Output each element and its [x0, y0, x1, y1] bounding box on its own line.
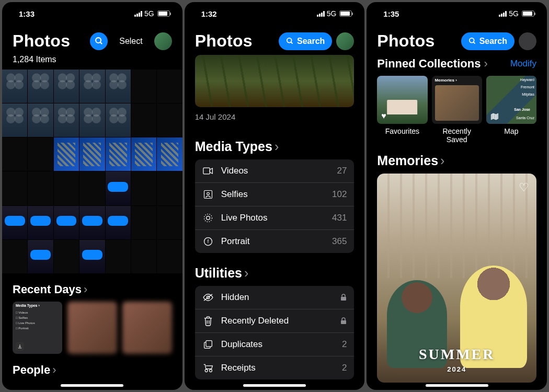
photo-thumb[interactable] — [28, 206, 53, 239]
svg-rect-14 — [341, 320, 346, 324]
profile-avatar[interactable] — [336, 32, 354, 50]
battery-icon — [339, 10, 352, 17]
photo-thumb[interactable] — [28, 103, 53, 137]
photo-thumb[interactable] — [2, 240, 27, 273]
people-header[interactable]: People › — [2, 354, 182, 382]
media-type-videos[interactable]: Videos 27 — [195, 159, 354, 183]
home-indicator[interactable] — [426, 384, 488, 387]
recent-day-card[interactable] — [122, 302, 172, 354]
photo-thumb[interactable] — [54, 70, 79, 103]
photo-thumb[interactable] — [106, 137, 131, 171]
photo-thumb[interactable] — [131, 206, 156, 239]
photo-thumb[interactable] — [131, 240, 156, 273]
search-button[interactable] — [90, 32, 108, 50]
item-count: 1,284 Items — [2, 55, 182, 70]
pinned-map[interactable]: Hayward Fremont Milpitas San Jose Santa … — [486, 76, 536, 144]
photo-thumb[interactable] — [2, 171, 27, 205]
photo-thumb[interactable] — [28, 70, 53, 103]
network-label: 5G — [144, 9, 154, 18]
photo-thumb[interactable] — [2, 206, 27, 239]
battery-icon — [157, 10, 170, 17]
photo-thumb[interactable] — [157, 103, 182, 137]
photo-thumb[interactable] — [157, 171, 182, 205]
page-title: Photos — [377, 31, 456, 51]
svg-point-8 — [204, 214, 212, 222]
recent-days-header[interactable]: Recent Days › — [2, 273, 182, 302]
count: 431 — [332, 213, 347, 223]
media-type-selfies[interactable]: Selfies 102 — [195, 183, 354, 206]
photo-thumb[interactable] — [28, 240, 53, 273]
utility-hidden[interactable]: Hidden — [195, 286, 354, 309]
photo-thumb[interactable] — [28, 137, 53, 171]
memories-header[interactable]: Memories › — [367, 144, 547, 174]
photo-thumb[interactable] — [106, 171, 131, 205]
modify-button[interactable]: Modify — [510, 59, 536, 69]
photo-thumb[interactable] — [131, 171, 156, 205]
photo-thumb[interactable] — [2, 137, 27, 171]
utility-receipts[interactable]: Receipts 2 — [195, 356, 354, 379]
photo-thumb[interactable] — [106, 240, 131, 273]
heart-outline-icon[interactable]: ♡ — [519, 181, 529, 194]
photo-thumb[interactable] — [54, 103, 79, 137]
photo-grid[interactable] — [2, 70, 182, 273]
photo-thumb[interactable] — [131, 103, 156, 137]
pinned-cards-row: ♥ Favourites Recently Saved Hayward Frem… — [367, 76, 547, 144]
recent-days-strip[interactable]: □ Videos□ Selfies□ Live Photos□ Portrait — [2, 302, 182, 354]
lock-icon — [340, 317, 347, 325]
pinned-favourites[interactable]: ♥ Favourites — [377, 76, 427, 144]
photo-thumb[interactable] — [79, 70, 105, 103]
photo-thumb[interactable] — [54, 171, 79, 205]
svg-point-2 — [287, 38, 292, 43]
photo-thumb[interactable] — [2, 70, 27, 103]
utilities-header[interactable]: Utilities › — [185, 253, 365, 286]
status-time: 1:35 — [383, 9, 399, 18]
photo-thumb[interactable] — [131, 137, 156, 171]
photo-thumb[interactable] — [79, 206, 105, 239]
map-icon — [490, 112, 499, 121]
photo-thumb[interactable] — [54, 137, 79, 171]
home-indicator[interactable] — [243, 384, 306, 387]
pinned-collections-header[interactable]: Pinned Collections › — [377, 57, 487, 71]
chevron-right-icon: › — [274, 139, 279, 154]
recent-day-card[interactable] — [67, 302, 117, 354]
search-button[interactable]: Search — [279, 32, 332, 50]
portrait-icon: f — [202, 236, 214, 247]
photo-thumb[interactable] — [157, 137, 182, 171]
memory-card[interactable]: ♡ SUMMER 2024 — [377, 174, 536, 383]
photo-thumb[interactable] — [54, 206, 79, 239]
photo-thumb[interactable] — [157, 240, 182, 273]
utility-duplicates[interactable]: Duplicates 2 — [195, 333, 354, 356]
photo-thumb[interactable] — [157, 206, 182, 239]
media-type-portrait[interactable]: f Portrait 365 — [195, 230, 354, 253]
profile-avatar[interactable] — [519, 32, 536, 50]
photo-thumb[interactable] — [79, 137, 105, 171]
photo-thumb[interactable] — [106, 70, 131, 103]
select-button[interactable]: Select — [112, 37, 150, 46]
search-icon — [286, 37, 294, 45]
profile-avatar[interactable] — [154, 32, 172, 50]
photo-thumb[interactable] — [28, 171, 53, 205]
download-icon — [16, 342, 24, 351]
media-type-livephotos[interactable]: Live Photos 431 — [195, 206, 354, 230]
photos-library-screen: 1:33 5G Photos Select 1,284 Items Recent… — [2, 2, 182, 390]
utility-recently-deleted[interactable]: Recently Deleted — [195, 309, 354, 333]
photo-thumb[interactable] — [106, 206, 131, 239]
video-icon — [202, 167, 214, 175]
photo-thumb[interactable] — [131, 70, 156, 103]
photo-thumb[interactable] — [54, 240, 79, 273]
page-title: Photos — [13, 31, 86, 51]
featured-photo[interactable] — [195, 55, 354, 107]
photo-thumb[interactable] — [2, 103, 27, 137]
recent-day-card[interactable]: □ Videos□ Selfies□ Live Photos□ Portrait — [13, 302, 62, 354]
photo-thumb[interactable] — [79, 171, 105, 205]
photo-thumb[interactable] — [106, 103, 131, 137]
photo-thumb[interactable] — [79, 240, 105, 273]
pinned-recently-saved[interactable]: Recently Saved — [432, 76, 482, 144]
photo-thumb[interactable] — [79, 103, 105, 137]
signal-icon — [134, 11, 142, 17]
media-types-header[interactable]: Media Types › — [185, 126, 365, 159]
home-indicator[interactable] — [61, 384, 123, 387]
search-button[interactable]: Search — [461, 32, 514, 50]
receipts-icon — [202, 363, 214, 373]
photo-thumb[interactable] — [157, 70, 182, 103]
